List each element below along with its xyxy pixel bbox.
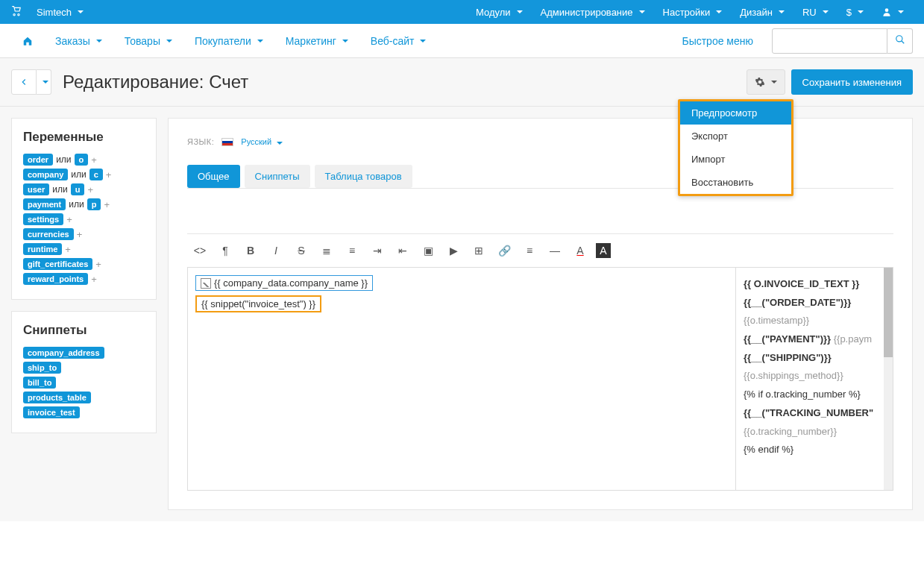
page-title: Редактирование: Счет xyxy=(63,72,248,92)
topbar-item[interactable]: $ xyxy=(837,0,873,24)
search-button[interactable] xyxy=(887,28,913,54)
var-tag[interactable]: settings xyxy=(23,213,63,225)
snippet-tag[interactable]: products_table xyxy=(23,392,91,403)
template-line: {{__("PAYMENT")}} {{p.paym xyxy=(744,330,885,349)
expand-icon[interactable]: + xyxy=(87,184,93,195)
bg-icon[interactable]: A xyxy=(596,243,611,258)
svg-point-0 xyxy=(885,8,889,12)
gear-dropdown: ПредпросмотрЭкспортИмпортВосстановить xyxy=(678,99,793,196)
template-line: {% endif %} xyxy=(744,441,885,459)
snippet-tag[interactable]: company_address xyxy=(23,347,104,359)
brand-link[interactable]: Simtech xyxy=(28,0,92,24)
nav-item[interactable]: Маркетинг xyxy=(274,35,359,47)
var-tag[interactable]: reward_points xyxy=(23,273,88,285)
editor[interactable]: {{ company_data.company_name }} {{ snipp… xyxy=(187,267,893,491)
language-select[interactable]: Русский xyxy=(241,137,283,146)
snippet-tag[interactable]: invoice_test xyxy=(23,406,80,418)
var-tag[interactable]: currencies xyxy=(23,228,74,240)
image-icon[interactable]: ▣ xyxy=(415,240,441,261)
template-line: {{o.shippings_method}} xyxy=(744,367,885,386)
template-line: {{__("TRACKING_NUMBER" xyxy=(744,404,885,423)
template-line: {{__("ORDER_DATE")}} xyxy=(744,294,885,312)
bold-icon[interactable]: B xyxy=(238,240,263,261)
expand-icon[interactable]: + xyxy=(104,199,110,210)
gear-icon xyxy=(755,77,765,87)
ul-icon[interactable]: ≣ xyxy=(314,240,339,261)
gear-button[interactable] xyxy=(747,69,785,95)
table-icon[interactable]: ⊞ xyxy=(466,240,491,261)
cart-icon xyxy=(11,6,22,19)
quick-menu[interactable]: Быстрое меню xyxy=(670,35,764,47)
paragraph-icon[interactable]: ¶ xyxy=(213,240,238,261)
var-tag[interactable]: payment xyxy=(23,198,66,210)
expand-icon[interactable]: + xyxy=(91,154,97,166)
align-icon[interactable]: ≡ xyxy=(517,240,542,261)
snippet-tag[interactable]: bill_to xyxy=(23,377,56,389)
save-button[interactable]: Сохранить изменения xyxy=(791,69,914,95)
tab[interactable]: Таблица товаров xyxy=(315,165,412,188)
expand-icon[interactable]: + xyxy=(106,169,112,180)
var-tag[interactable]: runtime xyxy=(23,243,62,255)
caret-icon xyxy=(78,10,84,13)
ol-icon[interactable]: ≡ xyxy=(339,240,365,261)
search-box xyxy=(772,28,913,54)
expand-icon[interactable]: + xyxy=(77,229,83,240)
strike-icon[interactable]: S xyxy=(289,240,314,261)
var-alias-tag[interactable]: u xyxy=(71,183,85,195)
company-template[interactable]: {{ company_data.company_name }} xyxy=(195,275,373,291)
snippet-template[interactable]: {{ snippet("invoice_test") }} xyxy=(195,295,321,312)
home-icon[interactable] xyxy=(11,36,44,46)
snippet-tag[interactable]: ship_to xyxy=(23,362,61,374)
topbar-item[interactable]: Администрирование xyxy=(532,0,654,24)
back-dropdown[interactable] xyxy=(37,69,51,95)
variables-panel: Переменные orderилиo +companyилиc +userи… xyxy=(11,118,157,300)
expand-icon[interactable]: + xyxy=(95,259,101,270)
expand-icon[interactable]: + xyxy=(65,244,71,255)
var-tag[interactable]: company xyxy=(23,169,68,180)
topbar: Simtech МодулиАдминистрированиеНастройки… xyxy=(0,0,924,24)
color-icon[interactable]: A xyxy=(568,240,593,261)
image-placeholder-icon xyxy=(201,278,211,289)
dropdown-item[interactable]: Восстановить xyxy=(680,171,791,194)
expand-icon[interactable]: + xyxy=(91,274,97,285)
search-input[interactable] xyxy=(772,28,887,54)
var-alias-tag[interactable]: c xyxy=(89,169,103,180)
dropdown-item[interactable]: Предпросмотр xyxy=(680,101,791,125)
scrollbar[interactable] xyxy=(884,268,893,490)
var-tag[interactable]: user xyxy=(23,183,49,195)
content-area: ЯЗЫК: Русский ОбщееСниппетыТаблица товар… xyxy=(168,118,913,510)
topbar-item[interactable]: Модули xyxy=(467,0,532,24)
topbar-item[interactable]: Дизайн xyxy=(731,0,793,24)
outdent-icon[interactable]: ⇤ xyxy=(390,240,415,261)
tab[interactable]: Сниппеты xyxy=(245,165,310,188)
nav-item[interactable]: Покупатели xyxy=(183,35,274,47)
nav-item[interactable]: Товары xyxy=(113,35,183,47)
back-button[interactable] xyxy=(11,69,37,95)
var-tag[interactable]: order xyxy=(23,154,53,166)
dropdown-item[interactable]: Экспорт xyxy=(680,125,791,148)
var-tag[interactable]: gift_certificates xyxy=(23,258,92,270)
snippets-title: Сниппеты xyxy=(23,323,145,338)
code-icon[interactable]: <> xyxy=(187,240,213,261)
video-icon[interactable]: ▶ xyxy=(441,240,466,261)
italic-icon[interactable]: I xyxy=(263,240,289,261)
template-line: {{o.timestamp}} xyxy=(744,312,885,330)
var-alias-tag[interactable]: o xyxy=(75,154,89,166)
titlebar: Редактирование: Счет Сохранить изменения… xyxy=(0,58,924,107)
hr-icon[interactable]: — xyxy=(542,240,568,261)
topbar-item[interactable]: RU xyxy=(793,0,837,24)
template-line: {% if o.tracking_number %} xyxy=(744,386,885,404)
navbar: Заказы Товары Покупатели Маркетинг Веб-с… xyxy=(0,24,924,58)
variables-title: Переменные xyxy=(23,130,145,145)
tab[interactable]: Общее xyxy=(187,165,240,188)
var-alias-tag[interactable]: p xyxy=(87,198,101,210)
nav-item[interactable]: Веб-сайт xyxy=(359,35,438,47)
nav-item[interactable]: Заказы xyxy=(44,35,113,47)
user-icon[interactable] xyxy=(873,0,913,24)
dropdown-item[interactable]: Импорт xyxy=(680,148,791,171)
expand-icon[interactable]: + xyxy=(66,214,72,225)
topbar-item[interactable]: Настройки xyxy=(654,0,732,24)
indent-icon[interactable]: ⇥ xyxy=(365,240,390,261)
template-line: {{__("SHIPPING")}} xyxy=(744,349,885,368)
link-icon[interactable]: 🔗 xyxy=(491,240,517,261)
